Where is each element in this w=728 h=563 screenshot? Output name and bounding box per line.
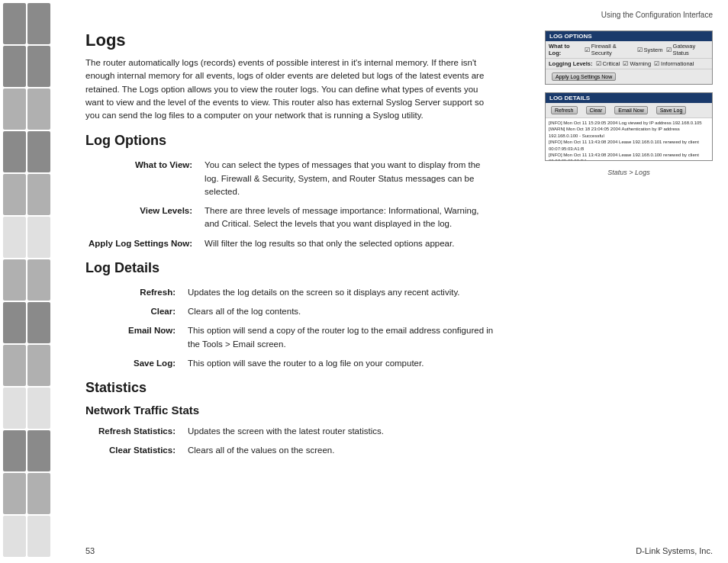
view-levels-row: View Levels: There are three levels of m…: [85, 202, 498, 235]
grid-cell: [3, 3, 26, 44]
grid-cell: [3, 302, 26, 343]
clear-row: Clear: Clears all of the log contents.: [85, 303, 498, 322]
clear-stats-label: Clear Statistics:: [85, 442, 185, 461]
left-decorative-grid: [0, 0, 76, 563]
log-options-title: Log Options: [85, 133, 713, 149]
grid-cell: [3, 345, 26, 386]
footer: 53 D-Link Systems, Inc.: [85, 546, 713, 555]
refresh-row: Refresh: Updates the log details on the …: [85, 284, 498, 303]
grid-cell: [27, 388, 50, 429]
email-now-label: Email Now:: [85, 322, 185, 355]
apply-settings-label: Apply Log Settings Now:: [85, 235, 201, 254]
grid-cell: [27, 174, 50, 215]
grid-cell: [52, 3, 75, 44]
email-now-row: Email Now: This option will send a copy …: [85, 322, 498, 355]
grid-cell: [27, 516, 50, 557]
grid-cell: [27, 473, 50, 514]
grid-cell: [27, 88, 50, 130]
grid-cell: [27, 259, 50, 301]
clear-value: Clears all of the log contents.: [185, 303, 498, 322]
clear-stats-value: Clears all of the values on the screen.: [185, 442, 498, 461]
log-details-table: Refresh: Updates the log details on the …: [85, 284, 498, 374]
refresh-stats-row: Refresh Statistics: Updates the screen w…: [85, 423, 498, 442]
save-log-value: This option will save the router to a lo…: [185, 355, 498, 374]
main-content: Logs The router automatically logs (reco…: [85, 31, 713, 540]
grid-cell: [52, 516, 75, 557]
intro-paragraph: The router automatically logs (records) …: [85, 56, 498, 122]
log-details-title: Log Details: [85, 260, 713, 276]
apply-settings-value: Will filter the log results so that only…: [201, 235, 498, 254]
grid-cell: [52, 388, 75, 429]
grid-cell: [52, 131, 75, 172]
what-to-view-label: What to View:: [85, 156, 201, 202]
grid-cell: [3, 174, 26, 215]
grid-cell: [3, 388, 26, 429]
what-to-view-row: What to View: You can select the types o…: [85, 156, 498, 202]
grid-cell: [52, 217, 75, 258]
grid-cell: [52, 430, 75, 471]
grid-cell: [52, 174, 75, 215]
statistics-title: Statistics: [85, 380, 713, 396]
refresh-label: Refresh:: [85, 284, 185, 303]
grid-cell: [3, 88, 26, 130]
view-levels-label: View Levels:: [85, 202, 201, 235]
grid-cell: [27, 131, 50, 172]
network-traffic-title: Network Traffic Stats: [85, 404, 713, 417]
save-log-row: Save Log: This option will save the rout…: [85, 355, 498, 374]
refresh-stats-label: Refresh Statistics:: [85, 423, 185, 442]
grid-cell: [27, 345, 50, 386]
grid-cell: [27, 46, 50, 87]
grid-cell: [52, 259, 75, 301]
grid-cell: [52, 473, 75, 514]
statistics-table: Refresh Statistics: Updates the screen w…: [85, 423, 498, 462]
grid-cell: [52, 345, 75, 386]
page-title: Logs: [85, 31, 713, 50]
grid-cell: [3, 46, 26, 87]
grid-cell: [27, 302, 50, 343]
company-name: D-Link Systems, Inc.: [636, 546, 713, 555]
email-now-value: This option will send a copy of the rout…: [185, 322, 498, 355]
grid-cell: [52, 46, 75, 87]
grid-cell: [27, 217, 50, 258]
clear-stats-row: Clear Statistics: Clears all of the valu…: [85, 442, 498, 461]
apply-settings-row: Apply Log Settings Now: Will filter the …: [85, 235, 498, 254]
grid-cell: [3, 473, 26, 514]
what-to-view-value: You can select the types of messages tha…: [201, 156, 498, 202]
grid-cell: [52, 302, 75, 343]
log-options-table: What to View: You can select the types o…: [85, 156, 498, 254]
save-log-label: Save Log:: [85, 355, 185, 374]
view-levels-value: There are three levels of message import…: [201, 202, 498, 235]
grid-cell: [27, 430, 50, 471]
chapter-title: Using the Configuration Interface: [601, 11, 713, 19]
page-number: 53: [85, 546, 95, 555]
grid-cell: [3, 131, 26, 172]
refresh-value: Updates the log details on the screen so…: [185, 284, 498, 303]
grid-cell: [3, 217, 26, 258]
refresh-stats-value: Updates the screen with the latest route…: [185, 423, 498, 442]
grid-cell: [3, 259, 26, 301]
grid-cell: [52, 88, 75, 130]
grid-cell: [3, 516, 26, 557]
clear-label: Clear:: [85, 303, 185, 322]
grid-cell: [27, 3, 50, 44]
grid-cell: [3, 430, 26, 471]
